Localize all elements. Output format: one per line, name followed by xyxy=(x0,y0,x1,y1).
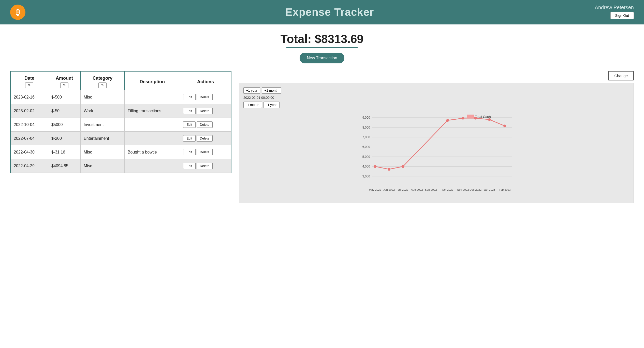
col-amount: Amount ⇅ xyxy=(48,72,80,90)
bitcoin-logo: ₿ xyxy=(10,5,25,20)
svg-text:3,000: 3,000 xyxy=(362,175,370,178)
svg-text:7,000: 7,000 xyxy=(362,135,370,139)
chart-section: Change +1 year +1 month 2022-02-01 00:00… xyxy=(239,71,634,203)
svg-text:9,000: 9,000 xyxy=(362,116,370,119)
table-row: 2022-10-04$5000InvestmentEditDelete xyxy=(11,118,231,132)
svg-point-28 xyxy=(446,119,449,122)
chart-container: +1 year +1 month 2022-02-01 00:00:00 -1 … xyxy=(239,83,634,203)
table-row: 2022-04-30$-31.16MiscBought a bowtieEdit… xyxy=(11,145,231,159)
svg-text:Aug 2022: Aug 2022 xyxy=(411,188,423,191)
total-underline xyxy=(286,47,358,48)
svg-point-25 xyxy=(374,165,376,168)
svg-point-27 xyxy=(402,165,404,168)
chart-header: Change xyxy=(239,71,634,80)
main-content: Total: $8313.69 New Transaction Date ⇅ xyxy=(0,24,644,211)
username: Andrew Petersen xyxy=(595,5,634,10)
change-button[interactable]: Change xyxy=(608,71,634,80)
svg-text:Jan 2023: Jan 2023 xyxy=(484,188,495,191)
delete-button[interactable]: Delete xyxy=(197,108,213,114)
chart-date: 2022-02-01 00:00:00 xyxy=(243,96,630,100)
delete-button[interactable]: Delete xyxy=(197,121,213,128)
transactions-table-section: Date ⇅ Amount ⇅ Category ⇅ xyxy=(10,71,231,173)
chart-controls-bottom: -1 month -1 year xyxy=(243,102,630,108)
line-chart-svg: 9,000 8,000 7,000 6,000 5,000 4,000 3,00… xyxy=(243,112,630,199)
plus-month-button[interactable]: +1 month xyxy=(262,87,281,94)
table-header-row: Date ⇅ Amount ⇅ Category ⇅ xyxy=(11,72,231,90)
svg-text:Dec 2022: Dec 2022 xyxy=(470,188,481,191)
new-transaction-button[interactable]: New Transaction xyxy=(300,53,344,63)
plus-year-button[interactable]: +1 year xyxy=(243,87,260,94)
svg-point-32 xyxy=(503,124,506,127)
transactions-table: Date ⇅ Amount ⇅ Category ⇅ xyxy=(11,72,231,173)
edit-button[interactable]: Edit xyxy=(183,149,195,155)
svg-text:Sep 2022: Sep 2022 xyxy=(425,188,437,191)
edit-button[interactable]: Edit xyxy=(183,94,195,100)
delete-button[interactable]: Delete xyxy=(197,149,213,155)
total-amount: Total: $8313.69 xyxy=(10,32,634,46)
svg-text:5,000: 5,000 xyxy=(362,155,370,159)
col-description: Description xyxy=(124,72,180,90)
sort-amount-button[interactable]: ⇅ xyxy=(60,82,68,88)
user-section: Andrew Petersen Sign Out xyxy=(595,5,634,19)
sort-date-button[interactable]: ⇅ xyxy=(25,82,33,88)
svg-text:Oct 2022: Oct 2022 xyxy=(442,188,453,191)
edit-button[interactable]: Edit xyxy=(183,121,195,128)
svg-text:Jun 2022: Jun 2022 xyxy=(383,188,395,191)
chart-area: 9,000 8,000 7,000 6,000 5,000 4,000 3,00… xyxy=(243,112,630,199)
svg-point-29 xyxy=(462,117,464,120)
delete-button[interactable]: Delete xyxy=(197,163,213,169)
col-category: Category ⇅ xyxy=(81,72,125,90)
edit-button[interactable]: Edit xyxy=(183,163,195,169)
svg-text:May 2022: May 2022 xyxy=(369,188,381,191)
svg-text:Total Cash: Total Cash xyxy=(475,115,491,119)
total-section: Total: $8313.69 New Transaction xyxy=(10,32,634,63)
minus-month-button[interactable]: -1 month xyxy=(243,102,262,108)
svg-text:6,000: 6,000 xyxy=(362,145,370,149)
table-row: 2023-02-16$-500MiscEditDelete xyxy=(11,90,231,104)
delete-button[interactable]: Delete xyxy=(197,135,213,142)
svg-text:Feb 2023: Feb 2023 xyxy=(499,188,511,191)
col-actions: Actions xyxy=(180,72,231,90)
content-area: Date ⇅ Amount ⇅ Category ⇅ xyxy=(10,71,634,203)
svg-text:8,000: 8,000 xyxy=(362,126,370,129)
table-wrapper: Date ⇅ Amount ⇅ Category ⇅ xyxy=(10,71,231,173)
sign-out-button[interactable]: Sign Out xyxy=(610,12,634,19)
app-header: ₿ Expense Tracker Andrew Petersen Sign O… xyxy=(0,0,644,24)
table-row: 2022-04-29$4094.85MiscEditDelete xyxy=(11,159,231,173)
table-row: 2023-02-02$-50WorkFilling transactionsEd… xyxy=(11,104,231,118)
minus-year-button[interactable]: -1 year xyxy=(264,102,279,108)
table-row: 2022-07-04$-200EntertainmentEditDelete xyxy=(11,132,231,145)
svg-text:Jul 2022: Jul 2022 xyxy=(398,188,408,191)
sort-category-button[interactable]: ⇅ xyxy=(98,82,107,88)
edit-button[interactable]: Edit xyxy=(183,135,195,142)
table-body: 2023-02-16$-500MiscEditDelete2023-02-02$… xyxy=(11,90,231,173)
svg-text:Nov 2022: Nov 2022 xyxy=(457,188,469,191)
chart-controls-top: +1 year +1 month xyxy=(243,87,630,94)
svg-rect-33 xyxy=(467,115,474,118)
col-date: Date ⇅ xyxy=(11,72,48,90)
svg-point-26 xyxy=(388,168,390,171)
delete-button[interactable]: Delete xyxy=(197,94,213,100)
edit-button[interactable]: Edit xyxy=(183,108,195,114)
app-title: Expense Tracker xyxy=(25,6,634,18)
svg-text:4,000: 4,000 xyxy=(362,165,370,168)
